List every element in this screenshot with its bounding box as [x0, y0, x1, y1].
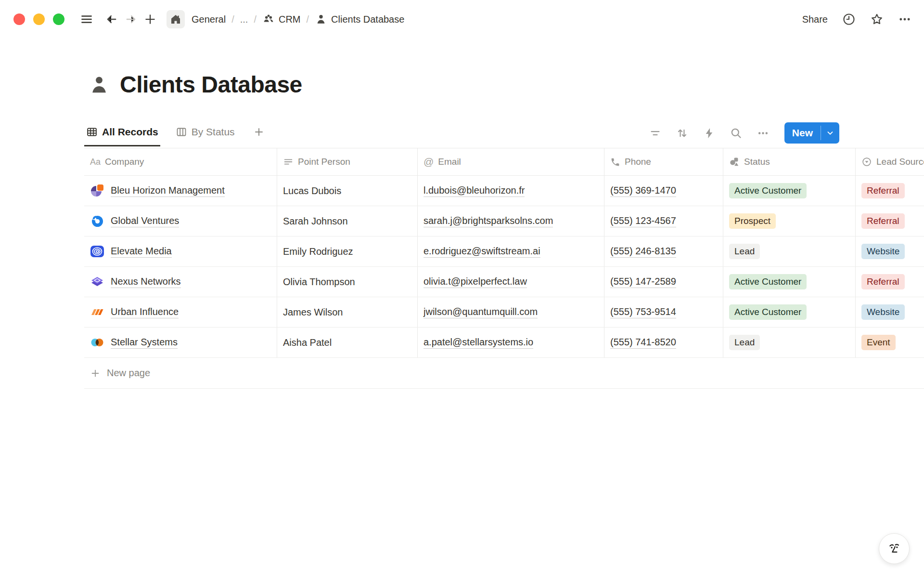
column-header-lead-source[interactable]: Lead Source: [856, 148, 924, 175]
company-cell[interactable]: Nexus Networks: [84, 267, 277, 297]
back-arrow-icon[interactable]: [102, 10, 121, 29]
email-cell[interactable]: l.dubois@bleuhorizon.fr: [418, 176, 604, 206]
breadcrumb-item-crm[interactable]: CRM: [262, 13, 301, 26]
email-cell[interactable]: sarah.j@brightsparksolns.com: [418, 206, 604, 236]
lead-source-cell[interactable]: Event: [856, 328, 924, 357]
column-header-company[interactable]: Aa Company: [84, 148, 277, 175]
table-row[interactable]: Nexus Networks Olivia Thompson olivia.t@…: [84, 267, 924, 297]
lead-source-badge[interactable]: Referral: [861, 213, 905, 229]
tab-all-records[interactable]: All Records: [84, 118, 160, 146]
phone-link[interactable]: (555) 741-8520: [610, 337, 676, 349]
table-row[interactable]: Bleu Horizon Management Lucas Dubois l.d…: [84, 176, 924, 206]
email-link[interactable]: sarah.j@brightsparksolns.com: [424, 215, 553, 227]
company-name-link[interactable]: Urban Influence: [111, 306, 179, 318]
share-button[interactable]: Share: [802, 14, 828, 25]
column-header-point-person[interactable]: Point Person: [277, 148, 418, 175]
phone-cell[interactable]: (555) 147-2589: [604, 267, 723, 297]
star-icon[interactable]: [870, 13, 884, 26]
status-cell[interactable]: Lead: [723, 328, 856, 357]
company-cell[interactable]: Global Ventures: [84, 206, 277, 236]
company-name-link[interactable]: Elevate Media: [111, 246, 172, 258]
lead-source-cell[interactable]: Referral: [856, 267, 924, 297]
table-row[interactable]: Stellar Systems Aisha Patel a.patel@stel…: [84, 328, 924, 358]
point-person-cell[interactable]: James Wilson: [277, 297, 418, 327]
phone-cell[interactable]: (555) 753-9514: [604, 297, 723, 327]
phone-cell[interactable]: (555) 246-8135: [604, 236, 723, 266]
filter-icon[interactable]: [649, 126, 662, 140]
company-cell[interactable]: Elevate Media: [84, 236, 277, 266]
new-page-row[interactable]: New page: [84, 358, 924, 389]
column-header-email[interactable]: @ Email: [418, 148, 604, 175]
minimize-window-button[interactable]: [33, 13, 45, 25]
company-name-link[interactable]: Bleu Horizon Management: [111, 185, 225, 197]
phone-cell[interactable]: (555) 123-4567: [604, 206, 723, 236]
email-cell[interactable]: olivia.t@pixelperfect.law: [418, 267, 604, 297]
lead-source-cell[interactable]: Referral: [856, 206, 924, 236]
lead-source-badge[interactable]: Website: [861, 304, 905, 320]
column-header-status[interactable]: Status: [723, 148, 856, 175]
view-more-icon[interactable]: [757, 126, 770, 140]
company-cell[interactable]: Stellar Systems: [84, 328, 277, 357]
email-link[interactable]: e.rodriguez@swiftstream.ai: [424, 246, 540, 258]
clock-icon[interactable]: [842, 13, 856, 26]
lead-source-badge[interactable]: Event: [861, 335, 896, 351]
table-row[interactable]: Elevate Media Emily Rodriguez e.rodrigue…: [84, 236, 924, 267]
point-person-cell[interactable]: Sarah Johnson: [277, 206, 418, 236]
phone-link[interactable]: (555) 753-9514: [610, 306, 676, 318]
new-record-button[interactable]: New: [784, 122, 839, 144]
status-cell[interactable]: Active Customer: [723, 297, 856, 327]
lead-source-cell[interactable]: Referral: [856, 176, 924, 206]
email-link[interactable]: olivia.t@pixelperfect.law: [424, 276, 527, 288]
phone-link[interactable]: (555) 246-8135: [610, 246, 676, 258]
email-cell[interactable]: jwilson@quantumquill.com: [418, 297, 604, 327]
email-cell[interactable]: e.rodriguez@swiftstream.ai: [418, 236, 604, 266]
lead-source-cell[interactable]: Website: [856, 297, 924, 327]
status-cell[interactable]: Active Customer: [723, 267, 856, 297]
status-badge[interactable]: Lead: [729, 335, 760, 351]
breadcrumb-ellipsis[interactable]: ...: [240, 14, 248, 25]
zoom-window-button[interactable]: [53, 13, 64, 25]
lead-source-badge[interactable]: Referral: [861, 274, 905, 290]
status-badge[interactable]: Active Customer: [729, 304, 807, 320]
email-link[interactable]: l.dubois@bleuhorizon.fr: [424, 185, 525, 197]
table-row[interactable]: Urban Influence James Wilson jwilson@qua…: [84, 297, 924, 328]
search-icon[interactable]: [730, 126, 743, 140]
phone-link[interactable]: (555) 123-4567: [610, 215, 676, 227]
email-link[interactable]: jwilson@quantumquill.com: [424, 306, 538, 318]
lead-source-cell[interactable]: Website: [856, 236, 924, 266]
more-options-icon[interactable]: [898, 13, 911, 26]
status-cell[interactable]: Lead: [723, 236, 856, 266]
add-view-plus-icon[interactable]: [251, 118, 267, 146]
status-badge[interactable]: Active Customer: [729, 274, 807, 290]
point-person-cell[interactable]: Emily Rodriguez: [277, 236, 418, 266]
status-badge[interactable]: Active Customer: [729, 183, 807, 199]
phone-link[interactable]: (555) 369-1470: [610, 185, 676, 197]
new-tab-plus-icon[interactable]: [141, 10, 160, 29]
forward-arrow-icon[interactable]: [121, 10, 141, 29]
company-cell[interactable]: Bleu Horizon Management: [84, 176, 277, 206]
company-name-link[interactable]: Stellar Systems: [111, 337, 178, 349]
sidebar-toggle-icon[interactable]: [77, 10, 96, 29]
breadcrumb-item-clients-database[interactable]: Clients Database: [315, 13, 404, 26]
chevron-down-icon[interactable]: [821, 122, 839, 144]
lead-source-badge[interactable]: Referral: [861, 183, 905, 199]
phone-link[interactable]: (555) 147-2589: [610, 276, 676, 288]
status-cell[interactable]: Prospect: [723, 206, 856, 236]
status-badge[interactable]: Prospect: [729, 213, 776, 229]
email-link[interactable]: a.patel@stellarsystems.io: [424, 337, 533, 349]
status-cell[interactable]: Active Customer: [723, 176, 856, 206]
lead-source-badge[interactable]: Website: [861, 244, 905, 260]
company-name-link[interactable]: Nexus Networks: [111, 276, 181, 288]
home-icon[interactable]: [167, 10, 185, 28]
close-window-button[interactable]: [13, 13, 25, 25]
tab-by-status[interactable]: By Status: [174, 118, 237, 146]
phone-cell[interactable]: (555) 741-8520: [604, 328, 723, 357]
notion-ai-face-button[interactable]: [879, 533, 910, 564]
point-person-cell[interactable]: Aisha Patel: [277, 328, 418, 357]
point-person-cell[interactable]: Olivia Thompson: [277, 267, 418, 297]
company-name-link[interactable]: Global Ventures: [111, 215, 179, 227]
zap-icon[interactable]: [703, 126, 716, 140]
email-cell[interactable]: a.patel@stellarsystems.io: [418, 328, 604, 357]
status-badge[interactable]: Lead: [729, 244, 760, 260]
table-row[interactable]: Global Ventures Sarah Johnson sarah.j@br…: [84, 206, 924, 236]
